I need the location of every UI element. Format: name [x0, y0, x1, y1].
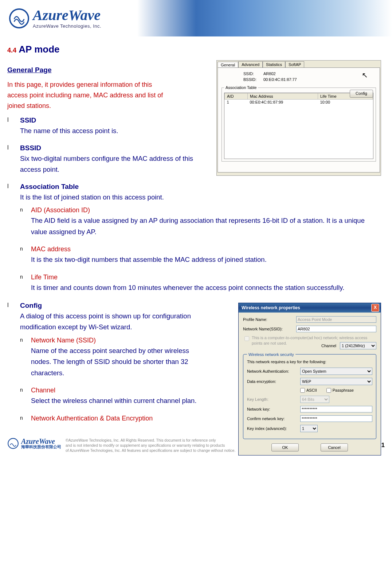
- ascii-checkbox[interactable]: [300, 388, 305, 393]
- tab-bar: General Advanced Statistics SoftAP: [217, 61, 381, 68]
- tab-advanced[interactable]: Advanced: [238, 61, 263, 68]
- encryption-select[interactable]: WEP: [300, 378, 372, 385]
- network-key-input[interactable]: [300, 406, 372, 412]
- text-bssid: Six two-digital numbers configure the MA…: [20, 153, 195, 175]
- auth-label: Network Authentication:: [247, 369, 298, 373]
- network-name-label: Network Name(SSID):: [243, 327, 294, 331]
- wireless-properties-dialog: Wireless network properties X Profile Na…: [238, 303, 381, 455]
- passphrase-label: Passphrase: [333, 388, 354, 392]
- keylen-select: 64 Bits: [300, 396, 329, 403]
- key-index-select[interactable]: 1: [300, 425, 318, 432]
- brand-subtitle: AzureWave Technologies, Inc.: [33, 23, 101, 29]
- term-ssid: SSID: [20, 116, 381, 124]
- ascii-label: ASCII: [306, 388, 317, 392]
- encryption-label: Data encryption:: [247, 379, 298, 384]
- keylen-label: Key Length:: [247, 397, 298, 402]
- term-mac: MAC address: [31, 245, 381, 253]
- section-title: AP mode: [16, 44, 59, 55]
- term-aid: AID (Association ID): [31, 206, 381, 214]
- footer-brand-cn: 海華科技股份有限公司: [21, 445, 61, 449]
- confirm-key-label: Confirm network key:: [247, 416, 298, 421]
- ok-button[interactable]: OK: [271, 443, 299, 451]
- text-channel: Select the wireless channel within curre…: [31, 395, 206, 407]
- security-legend: Wireless network security: [247, 352, 295, 357]
- auth-select[interactable]: Open System: [300, 368, 372, 375]
- col-aid: AID: [225, 93, 248, 100]
- text-config: A dialog of this access point is shown u…: [20, 311, 195, 333]
- text-association: It is the list of joined station on this…: [20, 192, 381, 203]
- term-bssid: BSSID: [20, 144, 381, 152]
- brand-name: AzureWave: [33, 8, 101, 23]
- item-bssid: BSSID Six two-digital numbers configure …: [7, 144, 381, 175]
- cell-lifetime: 10:00: [318, 100, 373, 105]
- dialog-titlebar[interactable]: Wireless network properties X: [239, 303, 381, 313]
- brand-logo: AzureWave AzureWave Technologies, Inc.: [9, 8, 101, 29]
- text-ssid: The name of this access point is.: [20, 125, 381, 137]
- channel-select[interactable]: 1 (2412MHz): [340, 342, 376, 349]
- cell-aid: 1: [225, 100, 248, 105]
- bssid-label: BSSID:: [243, 77, 263, 82]
- security-text: This network requires a key for the foll…: [247, 360, 372, 364]
- tab-softap[interactable]: SoftAP: [285, 61, 304, 68]
- network-name-input[interactable]: [296, 326, 376, 332]
- dialog-title: Wireless network properties: [242, 305, 300, 310]
- profile-name-input: [296, 316, 376, 323]
- item-ssid: SSID The name of this access point is.: [7, 116, 381, 137]
- network-key-label: Network key:: [247, 407, 298, 411]
- bssid-value: 00:E0:4C:81:87:77: [263, 77, 297, 82]
- azurewave-logo-icon: [9, 8, 29, 28]
- page-body: 4.4 AP mode General Page General Advance…: [0, 36, 392, 434]
- channel-label: Channel: [321, 344, 336, 348]
- azurewave-footer-icon: [7, 438, 19, 449]
- footer-logo: AzureWave 海華科技股份有限公司: [7, 438, 61, 449]
- adhoc-checkbox: [244, 336, 249, 341]
- table-row[interactable]: 1 00:E0:4C:81:87:99 10:00: [225, 100, 373, 105]
- ssid-value: AR802: [263, 71, 276, 76]
- close-icon[interactable]: X: [371, 304, 379, 312]
- col-mac: Mac Address: [248, 93, 318, 100]
- cancel-button[interactable]: Cancel: [321, 443, 348, 451]
- item-association-table: Association Table It is the list of join…: [7, 183, 381, 294]
- item-lifetime: Life Time It is timer and counts down fr…: [20, 274, 381, 294]
- item-aid: AID (Association ID) The AID field is a …: [20, 206, 381, 237]
- text-mac: It is the six two-digit numbers that ass…: [31, 254, 381, 265]
- svg-point-1: [8, 438, 18, 449]
- association-legend: Association Table: [224, 85, 258, 90]
- security-fieldset: Wireless network security This network r…: [243, 352, 376, 439]
- ssid-label: SSID:: [243, 71, 263, 76]
- general-intro: In this page, it provides general inform…: [7, 80, 168, 111]
- term-association: Association Table: [20, 183, 381, 191]
- cell-mac: 00:E0:4C:81:87:99: [248, 100, 318, 105]
- item-mac: MAC address It is the six two-digit numb…: [20, 245, 381, 265]
- term-lifetime: Life Time: [31, 274, 381, 281]
- profile-name-label: Profile Name:: [243, 317, 294, 322]
- text-lifetime: It is timer and counts down from 10 minu…: [31, 282, 381, 294]
- section-heading: 4.4 AP mode: [7, 44, 381, 55]
- confirm-key-input[interactable]: [300, 415, 372, 422]
- text-aid: The AID field is a value assigned by an …: [31, 215, 381, 237]
- cursor-icon: ↖: [362, 71, 368, 80]
- footer-brand: AzureWave: [21, 437, 55, 445]
- text-network-name: Name of the access point searched by oth…: [31, 345, 206, 379]
- section-number: 4.4: [7, 47, 16, 54]
- config-button[interactable]: Config: [350, 90, 373, 98]
- passphrase-checkbox[interactable]: [326, 388, 331, 393]
- key-index-label: Key index (advanced):: [247, 426, 298, 431]
- tab-statistics[interactable]: Statistics: [263, 61, 285, 68]
- page-header: AzureWave AzureWave Technologies, Inc.: [0, 0, 392, 36]
